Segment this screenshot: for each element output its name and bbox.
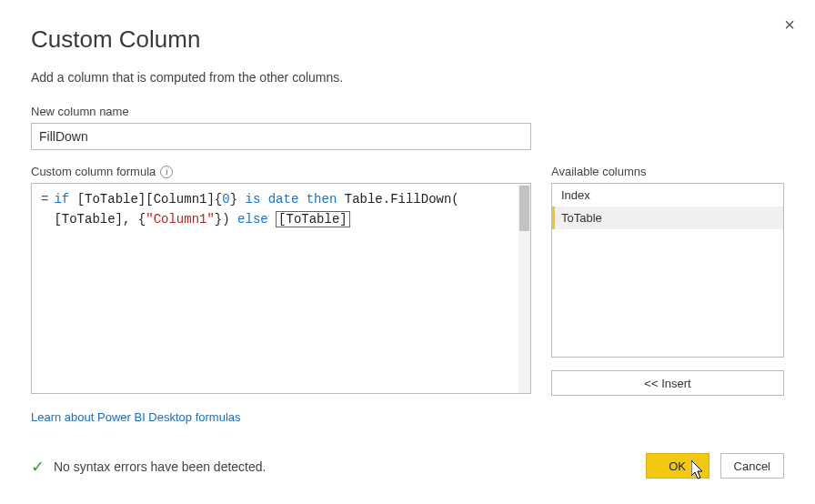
formula-scrollbar[interactable] bbox=[518, 184, 530, 393]
formula-label-text: Custom column formula bbox=[31, 165, 156, 178]
avail-label-text: Available columns bbox=[551, 165, 647, 178]
close-icon[interactable]: × bbox=[784, 15, 795, 35]
insert-button[interactable]: << Insert bbox=[551, 370, 784, 396]
scroll-thumb[interactable] bbox=[519, 186, 529, 231]
formula-code[interactable]: if [ToTable][Column1]{0} is date then Ta… bbox=[54, 189, 511, 388]
dialog-subtitle: Add a column that is computed from the o… bbox=[31, 70, 784, 85]
info-icon[interactable]: i bbox=[160, 166, 173, 178]
learn-link[interactable]: Learn about Power BI Desktop formulas bbox=[31, 410, 241, 424]
cancel-button[interactable]: Cancel bbox=[720, 453, 784, 479]
tok-else: else bbox=[237, 212, 268, 227]
formula-label: Custom column formula i bbox=[31, 165, 531, 178]
tok-then: then bbox=[307, 192, 337, 207]
new-column-name-input[interactable] bbox=[31, 123, 531, 150]
equals-prefix: = bbox=[35, 189, 54, 388]
tok-ref1: [ToTable][Column1]{ bbox=[77, 192, 223, 207]
formula-editor[interactable]: = if [ToTable][Column1]{0} is date then … bbox=[31, 183, 531, 394]
list-item[interactable]: ToTable bbox=[552, 207, 783, 229]
tok-brace: } bbox=[230, 192, 237, 207]
check-icon: ✓ bbox=[31, 457, 45, 477]
available-columns-list[interactable]: Index ToTable bbox=[551, 183, 784, 358]
tok-l2b: }) bbox=[215, 212, 230, 227]
tok-l2a: [ToTable], { bbox=[54, 212, 146, 227]
tok-if: if bbox=[54, 192, 69, 207]
status-message: No syntax errors have been detected. bbox=[54, 459, 266, 474]
new-column-name-label: New column name bbox=[31, 105, 784, 118]
tok-date: date bbox=[268, 192, 299, 207]
status-row: ✓ No syntax errors have been detected. bbox=[31, 457, 266, 477]
tok-str: "Column1" bbox=[146, 212, 215, 227]
tok-num: 0 bbox=[222, 192, 229, 207]
tok-boxed: [ToTable] bbox=[276, 211, 350, 227]
tok-fn: Table.FillDown( bbox=[345, 192, 459, 207]
list-item[interactable]: Index bbox=[552, 184, 783, 207]
ok-button[interactable]: OK bbox=[646, 453, 709, 479]
available-columns-label: Available columns bbox=[551, 165, 784, 178]
name-label-text: New column name bbox=[31, 105, 129, 118]
tok-is: is bbox=[245, 192, 260, 207]
dialog-title: Custom Column bbox=[31, 25, 784, 54]
